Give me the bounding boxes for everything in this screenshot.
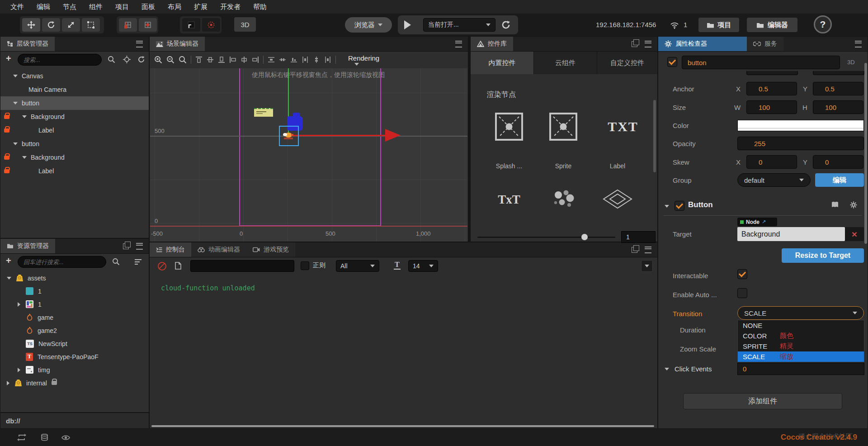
option-color[interactable]: COLOR 颜色 (738, 331, 864, 341)
add-component-button[interactable]: 添加组件 (683, 393, 842, 409)
widget-menu-icon[interactable] (645, 41, 651, 47)
hierarchy-search-input[interactable] (18, 54, 102, 66)
menu-developer[interactable]: 开发者 (214, 3, 246, 11)
pick-node-icon[interactable] (123, 56, 131, 63)
option-none[interactable]: NONE (738, 320, 864, 331)
tree-node-button2[interactable]: button (0, 137, 149, 151)
tree-node-background2[interactable]: Background (0, 151, 149, 164)
click-events-count-input[interactable]: 0 (737, 363, 864, 375)
node-active-checkbox[interactable] (667, 57, 677, 67)
asset-row-assets[interactable]: assets (0, 271, 149, 285)
zoom-in-icon[interactable] (154, 56, 162, 64)
expand-arrow-icon[interactable] (22, 156, 27, 159)
refresh-icon[interactable] (137, 56, 145, 63)
anchor-x-input[interactable]: 0.5 (746, 82, 797, 95)
hierarchy-tab[interactable]: 层级管理器 (0, 37, 55, 51)
align-top-icon[interactable] (195, 56, 203, 63)
widget-label[interactable]: TXT (598, 119, 648, 134)
gizmo-x-axis[interactable] (288, 135, 386, 136)
expand-arrow-icon[interactable] (13, 75, 18, 77)
asset-row-font[interactable]: T Tensentype-PaoPaoF (0, 350, 149, 363)
play-button[interactable] (404, 20, 414, 29)
expand-arrow-icon[interactable] (7, 381, 9, 385)
option-scale-selected[interactable]: SCALE 缩放 (738, 351, 864, 362)
collapse-logs-button[interactable] (641, 260, 653, 272)
scale-tool-button[interactable] (62, 18, 80, 32)
anchor-mode-button[interactable] (139, 18, 157, 32)
distribute-hcenter-icon[interactable] (313, 56, 320, 63)
expand-arrow-icon[interactable] (18, 368, 20, 372)
search-icon[interactable] (108, 56, 115, 63)
console-menu-icon[interactable] (645, 247, 651, 253)
inspector-tab[interactable]: 属性检查器 (658, 37, 747, 51)
pop-out-icon[interactable] (632, 41, 637, 47)
refresh-preview-button[interactable] (501, 20, 512, 30)
inspector-menu-icon[interactable] (855, 41, 862, 47)
log-file-icon[interactable] (175, 262, 181, 270)
asset-row-game2[interactable]: game2 (0, 324, 149, 337)
align-left-icon[interactable] (229, 56, 236, 63)
zoom-out-icon[interactable] (166, 56, 175, 64)
opacity-input[interactable]: 255 (737, 137, 864, 150)
tree-node-label[interactable]: Label (0, 123, 149, 137)
expand-arrow-icon[interactable] (22, 115, 27, 118)
lock-icon[interactable] (4, 128, 9, 133)
assets-tab[interactable]: 资源管理器 (0, 239, 55, 253)
clear-log-icon[interactable] (158, 262, 166, 270)
menu-node[interactable]: 节点 (57, 3, 82, 11)
component-collapse-icon[interactable] (665, 205, 669, 208)
menu-help[interactable]: 帮助 (247, 3, 273, 11)
widget-splash[interactable] (495, 113, 523, 141)
create-asset-button[interactable]: + (6, 256, 11, 266)
open-project-button[interactable]: 项目 (698, 18, 739, 32)
sync-icon[interactable] (17, 434, 26, 441)
open-editor-button[interactable]: 编辑器 (747, 18, 797, 32)
size-h-input[interactable]: 100 (813, 100, 863, 114)
animation-editor-tab[interactable]: 动画编辑器 (191, 242, 246, 257)
option-sprite[interactable]: SPRITE 精灵 (738, 341, 864, 351)
create-node-button[interactable]: + (6, 53, 11, 64)
scene-canvas[interactable]: 使用鼠标右键平移视窗焦点，使用滚轮缩放视图 500 0 -500 0 500 (150, 68, 467, 242)
move-tool-button[interactable] (22, 18, 40, 32)
align-right-icon[interactable] (252, 56, 259, 63)
current-scene-select[interactable]: 当前打开... (423, 18, 495, 32)
menu-panel[interactable]: 面板 (136, 3, 161, 11)
menu-edit[interactable]: 编辑 (31, 3, 56, 11)
external-link-icon[interactable]: ↗ (762, 219, 766, 225)
widget-vscrollbar[interactable] (653, 100, 656, 172)
button-enabled-checkbox[interactable] (675, 201, 684, 211)
widget-richtext[interactable]: TxT (484, 193, 534, 207)
asset-row-internal[interactable]: internal (0, 376, 149, 389)
console-tab[interactable]: 控制台 (150, 242, 191, 257)
regex-checkbox[interactable] (301, 261, 309, 270)
distribute-top-icon[interactable] (268, 56, 275, 63)
menu-component[interactable]: 组件 (83, 3, 108, 11)
tab-cloud-widgets[interactable]: 云组件 (534, 52, 597, 74)
pop-out-icon[interactable] (123, 243, 129, 249)
tree-node-button-selected[interactable]: button (0, 96, 149, 110)
log-level-select[interactable]: All (336, 260, 379, 272)
skew-y-input[interactable]: 0 (813, 155, 863, 169)
expand-arrow-icon[interactable] (18, 302, 20, 307)
size-w-input[interactable]: 100 (746, 100, 797, 114)
click-events-collapse-icon[interactable] (665, 368, 669, 370)
grid-toggle-button[interactable] (202, 18, 220, 32)
expand-arrow-icon[interactable] (13, 142, 18, 145)
wireframe-toggle-button[interactable] (182, 18, 200, 32)
console-hscrollbar[interactable] (151, 425, 654, 427)
pivot-position-button[interactable] (119, 18, 137, 32)
tree-node-canvas[interactable]: Canvas (0, 69, 149, 83)
asset-row-timg[interactable]: timg (0, 363, 149, 376)
tab-custom-widgets[interactable]: 自定义控件 (597, 52, 657, 74)
menu-layout[interactable]: 布局 (162, 3, 187, 11)
tab-builtin-widgets[interactable]: 内置控件 (471, 52, 534, 74)
console-filter-input[interactable] (190, 260, 294, 272)
gizmo-x-arrow[interactable] (385, 129, 401, 142)
widget-zoom-value[interactable]: 1 (621, 231, 656, 243)
game-preview-tab[interactable]: 游戏预览 (246, 242, 295, 257)
widget-tiledmap[interactable] (603, 189, 632, 209)
services-tab[interactable]: 服务 (747, 37, 783, 51)
skew-x-input[interactable]: 0 (746, 155, 797, 169)
distribute-right-icon[interactable] (324, 56, 331, 63)
group-select[interactable]: default (737, 173, 811, 187)
